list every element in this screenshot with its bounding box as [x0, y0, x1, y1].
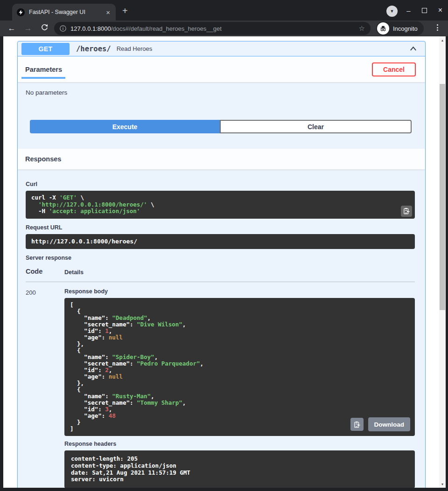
execute-button[interactable]: Execute: [30, 120, 220, 133]
response-headers-label: Response headers: [64, 441, 415, 447]
request-url-label: Request URL: [26, 224, 415, 231]
server-response-table: Code Details 200 Response body [ { "name…: [26, 266, 415, 488]
forward-button[interactable]: →: [23, 24, 33, 33]
download-button[interactable]: Download: [368, 417, 411, 431]
tab-title: FastAPI - Swagger UI: [29, 9, 104, 15]
scroll-down-arrow[interactable]: ▼: [439, 481, 446, 487]
operation-summary-text: Read Heroes: [117, 45, 153, 52]
curl-block-wrapper: curl -X 'GET' \ 'http://127.0.0.1:8000/h…: [26, 191, 415, 219]
clear-button[interactable]: Clear: [220, 120, 412, 133]
browser-tab[interactable]: FastAPI - Swagger UI ×: [12, 4, 116, 21]
scrollbar-thumb[interactable]: [440, 84, 445, 310]
status-code: 200: [26, 288, 64, 488]
details-column-header: Details: [64, 268, 84, 276]
address-bar[interactable]: 127.0.0.1:8000/docs#/default/read_heroes…: [54, 22, 371, 35]
response-details: Response body [ { "name": "Deadpond", "s…: [64, 288, 415, 488]
back-button[interactable]: ←: [7, 24, 17, 33]
response-body-wrapper: [ { "name": "Deadpond", "secret_name": "…: [64, 298, 415, 436]
tab-close-icon[interactable]: ×: [104, 8, 112, 17]
collapse-chevron-icon[interactable]: [409, 44, 418, 53]
cancel-button[interactable]: Cancel: [372, 62, 416, 76]
active-tab-underline: [21, 77, 65, 79]
incognito-badge: Incognito: [376, 21, 424, 35]
parameters-tab: Parameters: [25, 66, 62, 73]
response-table-header: Code Details: [26, 266, 415, 282]
swagger-page: GET /heroes/ Read Heroes Parameters Canc…: [3, 36, 439, 488]
bookmark-star-icon[interactable]: ☆: [359, 24, 365, 33]
method-badge: GET: [21, 43, 70, 55]
minimize-button[interactable]: –: [406, 7, 410, 14]
url-host: 127.0.0.1:8000: [70, 25, 111, 32]
new-tab-button[interactable]: +: [122, 6, 128, 15]
responses-header: Responses: [18, 149, 425, 170]
curl-command-block: curl -X 'GET' \ 'http://127.0.0.1:8000/h…: [26, 191, 415, 219]
responses-title: Responses: [25, 155, 61, 163]
titlebar: FastAPI - Swagger UI × + ▼ – ×: [0, 0, 448, 21]
window-close-button[interactable]: ×: [438, 7, 442, 14]
nav-icons: ← →: [7, 21, 49, 36]
response-body-block: [ { "name": "Deadpond", "secret_name": "…: [64, 298, 415, 436]
execute-row: Execute Clear: [30, 120, 412, 133]
copy-curl-button[interactable]: [401, 206, 412, 217]
response-headers-block: content-length: 205content-type: applica…: [64, 450, 415, 488]
parameters-header: Parameters Cancel: [18, 56, 425, 83]
window-controls: – ×: [406, 5, 442, 15]
page-scrollbar[interactable]: ▲ ▼: [439, 36, 446, 488]
operation-path: /heroes/: [76, 45, 111, 53]
scroll-up-arrow[interactable]: ▲: [439, 37, 446, 43]
server-response-label: Server response: [26, 255, 415, 261]
site-info-icon[interactable]: [60, 25, 66, 32]
operation-summary[interactable]: GET /heroes/ Read Heroes: [18, 41, 425, 56]
browser-menu-button[interactable]: [435, 24, 440, 31]
caret-down-icon: ▼: [390, 9, 394, 14]
maximize-button[interactable]: [422, 8, 427, 13]
response-body-actions: Download: [350, 417, 411, 431]
incognito-label: Incognito: [393, 25, 418, 32]
response-body-label: Response body: [64, 288, 415, 295]
responses-body: Curl curl -X 'GET' \ 'http://127.0.0.1:8…: [18, 170, 425, 488]
url-pathname: /docs#/default/read_heroes_heroes__get: [111, 25, 222, 32]
reload-button[interactable]: [39, 24, 49, 33]
code-column-header: Code: [26, 268, 64, 276]
response-row-200: 200 Response body [ { "name": "Deadpond"…: [26, 282, 415, 488]
parameters-body: No parameters Execute Clear: [18, 83, 425, 149]
tab-search-button[interactable]: ▼: [386, 6, 398, 17]
fastapi-favicon-icon: [17, 8, 25, 16]
incognito-icon: [377, 22, 389, 35]
request-url-block: http://127.0.0.1:8000/heroes/: [26, 234, 415, 249]
operation-block-get-heroes: GET /heroes/ Read Heroes Parameters Canc…: [17, 41, 426, 488]
copy-response-button[interactable]: [350, 418, 364, 431]
no-parameters-message: No parameters: [26, 89, 67, 96]
curl-label: Curl: [26, 181, 415, 187]
url-text: 127.0.0.1:8000/docs#/default/read_heroes…: [70, 25, 355, 32]
